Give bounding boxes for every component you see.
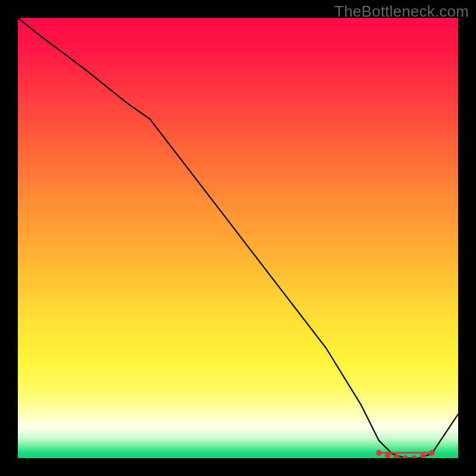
- svg-point-4: [403, 456, 408, 459]
- svg-point-6: [420, 454, 425, 458]
- svg-point-2: [385, 453, 390, 458]
- svg-point-7: [429, 450, 434, 456]
- chart-frame: TheBottleneck.com: [0, 0, 476, 476]
- selected-range-markers: [376, 450, 434, 458]
- chart-overlay: [18, 18, 458, 458]
- svg-point-5: [412, 456, 417, 459]
- svg-point-3: [394, 455, 399, 458]
- plot-area: [18, 18, 458, 458]
- svg-point-1: [376, 450, 381, 456]
- bottleneck-curve: [18, 18, 458, 458]
- watermark-text: TheBottleneck.com: [334, 2, 469, 21]
